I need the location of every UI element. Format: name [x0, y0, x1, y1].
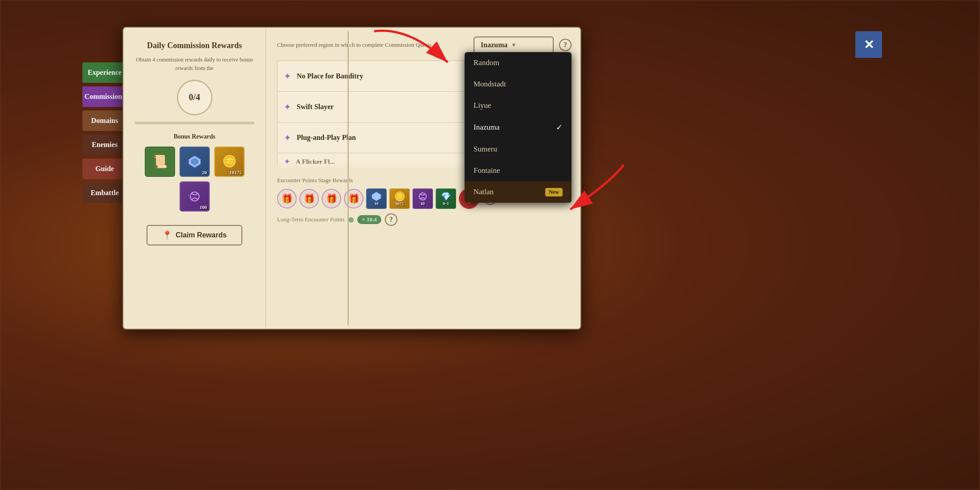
reward-items: 📜 20 🪙 18175 100	[135, 147, 254, 212]
primogem-count: 20	[202, 170, 207, 175]
dropdown-option-natlan[interactable]: Natlan New	[465, 181, 572, 203]
sidebar-item-enemies[interactable]: Enemies	[82, 135, 127, 155]
svg-marker-7	[372, 192, 381, 201]
book-container: Daily Commission Rewards Obtain 4 commis…	[122, 27, 581, 330]
page-subtitle: Obtain 4 commission rewards daily to rec…	[135, 56, 254, 73]
gift-icon-3: 🎁	[326, 193, 337, 204]
enc-item-intertwined: 60	[412, 188, 433, 209]
sidebar-item-guide[interactable]: Guide	[82, 159, 127, 179]
enc-item-crystal: 💎 0~1	[436, 188, 456, 209]
intertwined-count: 100	[200, 204, 207, 210]
progress-container: 0/4	[135, 80, 254, 115]
quest-4-icon: ✦	[284, 157, 290, 167]
sidebar-item-commissions[interactable]: Commissions !	[82, 86, 127, 107]
selected-checkmark: ✓	[556, 122, 563, 132]
dropdown-option-inazuma[interactable]: Inazuma ✓	[465, 116, 572, 139]
sidebar: Experience Commissions ! Domains Enemies…	[82, 62, 127, 203]
progress-circle: 0/4	[177, 80, 212, 115]
long-term-plus-icon: ⊕	[348, 216, 354, 224]
gift-icon-2: 🎁	[304, 193, 315, 204]
enc-circle-2: 🎁	[299, 189, 319, 208]
reward-item-scroll: 📜	[145, 147, 175, 177]
reward-item-mora: 🪙 18175	[214, 147, 245, 177]
region-dropdown[interactable]: Inazuma ▼	[474, 37, 554, 53]
long-term-value: × 10.4	[357, 215, 381, 224]
quest-1-icon: ✦	[284, 71, 291, 82]
intertwined-icon	[188, 190, 201, 203]
enc-circle-4: 🎁	[344, 189, 363, 208]
bonus-rewards-title: Bonus Rewards	[135, 133, 254, 140]
primogem-icon	[188, 155, 201, 168]
dropdown-option-sumeru[interactable]: Sumeru	[465, 139, 572, 160]
reward-item-primogem: 20	[180, 147, 210, 177]
region-row: Choose preferred region in which to comp…	[277, 37, 572, 53]
long-term-label: Long-Term Encounter Points	[277, 216, 344, 223]
dropdown-option-fontaine[interactable]: Fontaine	[465, 160, 572, 181]
selected-region-label: Inazuma	[481, 41, 507, 49]
mora-count: 18175	[229, 170, 242, 175]
close-button[interactable]: ✕	[855, 31, 882, 58]
long-term-help-icon[interactable]: ?	[385, 213, 397, 226]
new-badge: New	[545, 188, 563, 196]
dropdown-option-random[interactable]: Random	[465, 52, 572, 74]
dropdown-option-liyue[interactable]: Liyue	[465, 95, 572, 116]
progress-bar	[135, 122, 254, 124]
gift-icon-1: 🎁	[282, 193, 293, 204]
dropdown-option-mondstadt[interactable]: Mondstadt	[465, 74, 572, 95]
left-page: Daily Commission Rewards Obtain 4 commis…	[123, 28, 266, 329]
long-term-row: Long-Term Encounter Points ⊕ × 10.4 ?	[277, 213, 572, 226]
reward-item-intertwined: 100	[180, 181, 210, 212]
sidebar-item-experience[interactable]: Experience	[82, 62, 127, 83]
enc-item-mora: 🪙 9075	[389, 188, 410, 209]
quest-2-icon: ✦	[284, 102, 291, 112]
page-title: Daily Commission Rewards	[135, 41, 254, 50]
quest-3-icon: ✦	[284, 132, 291, 143]
region-label: Choose preferred region in which to comp…	[277, 41, 468, 49]
right-page: Choose preferred region in which to comp…	[266, 28, 580, 329]
claim-rewards-button[interactable]: 📍 Claim Rewards	[147, 225, 242, 245]
enc-circle-3: 🎁	[322, 189, 341, 208]
sidebar-item-embattle[interactable]: Embattle	[82, 183, 127, 203]
region-help-icon[interactable]: ?	[559, 39, 572, 51]
region-dropdown-menu: Random Mondstadt Liyue Inazuma ✓ Sumeru …	[465, 52, 572, 203]
enc-item-primogem: 10	[366, 188, 387, 209]
pin-icon: 📍	[162, 230, 172, 240]
dropdown-arrow-icon: ▼	[511, 42, 516, 49]
sidebar-item-domains[interactable]: Domains	[82, 110, 127, 131]
gift-icon-4: 🎁	[348, 193, 359, 204]
enc-circle-1: 🎁	[277, 189, 297, 208]
